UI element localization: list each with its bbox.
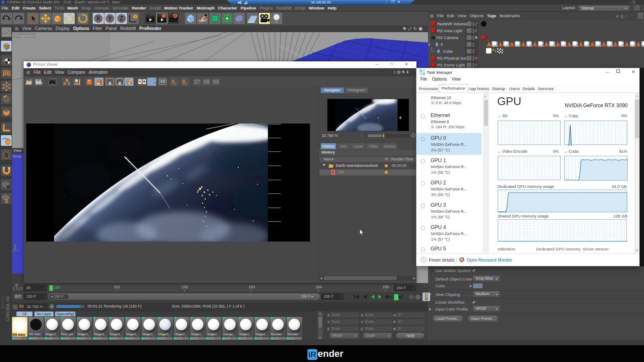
svg-text:B: B (182, 79, 185, 84)
svg-text:?: ? (40, 81, 43, 85)
svg-text:A: A (171, 79, 175, 84)
svg-text:(): () (5, 198, 8, 203)
svg-text:Y: Y (108, 15, 112, 22)
svg-text:x: x (51, 81, 53, 85)
svg-text:AB: AB (160, 79, 165, 83)
svg-text:75: 75 (154, 81, 156, 85)
svg-text:X: X (96, 15, 100, 22)
svg-text:Z: Z (120, 15, 124, 22)
svg-text:S: S (5, 152, 8, 158)
